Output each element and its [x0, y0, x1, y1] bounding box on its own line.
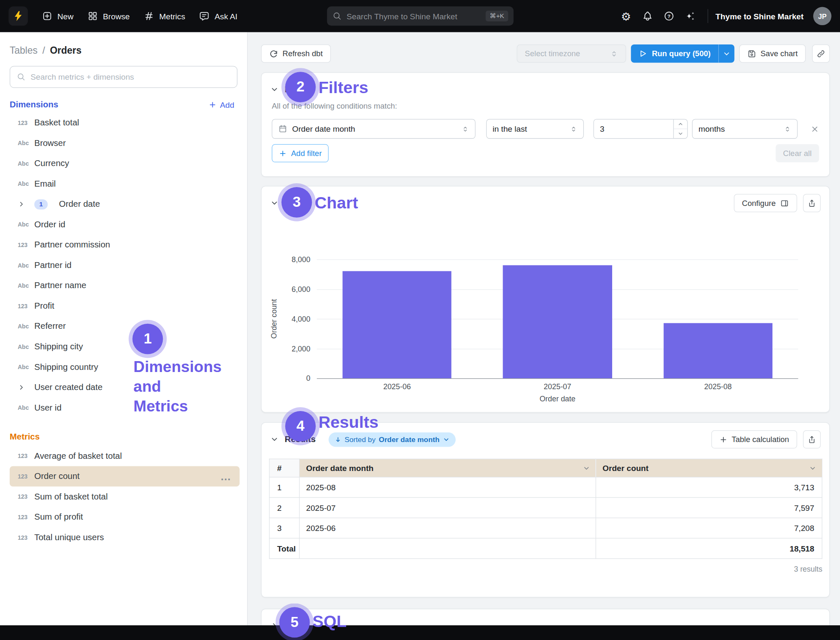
sparkles-icon — [685, 11, 696, 22]
export-results-button[interactable] — [803, 430, 821, 448]
run-query-options-button[interactable] — [718, 44, 734, 62]
field-item[interactable]: AbcShipping city — [10, 336, 240, 357]
save-icon — [747, 49, 757, 58]
field-item[interactable]: 123Partner commission — [10, 235, 240, 255]
filter-field-select[interactable]: Order date month — [272, 119, 475, 139]
expand-chevron-icon[interactable] — [18, 384, 34, 391]
cell-order-date-month: 2025-06 — [300, 518, 596, 539]
field-type-icon: Abc — [18, 140, 34, 146]
field-label: User id — [34, 403, 62, 413]
field-item[interactable]: AbcEmail — [10, 174, 240, 194]
cell-order-date-month: 2025-08 — [300, 477, 596, 498]
timezone-select[interactable]: Select timezone — [517, 44, 626, 62]
field-item[interactable]: 123Basket total — [10, 112, 240, 133]
plus-square-icon — [42, 11, 53, 22]
x-axis-tick: 2025-07 — [477, 382, 637, 390]
column-menu-chevron[interactable] — [809, 464, 817, 472]
settings-button[interactable]: ⚙ — [616, 6, 636, 26]
stepper-up-button[interactable] — [674, 120, 687, 129]
bar[interactable] — [342, 271, 451, 378]
save-chart-button[interactable]: Save chart — [739, 44, 806, 62]
nav-new-button[interactable]: New — [35, 6, 80, 26]
column-header-order-count[interactable]: Order count — [596, 459, 822, 477]
field-item[interactable]: AbcOrder id — [10, 214, 240, 235]
field-item[interactable]: AbcPartner name — [10, 276, 240, 296]
column-header-order-date-month[interactable]: Order date month — [300, 459, 596, 477]
column-header-index: # — [269, 459, 300, 477]
field-item[interactable]: AbcReferrer — [10, 316, 240, 337]
org-name[interactable]: Thyme to Shine Market — [715, 11, 803, 21]
expand-chevron-icon[interactable] — [18, 200, 34, 208]
add-filter-button[interactable]: Add filter — [272, 144, 329, 162]
column-menu-chevron[interactable] — [583, 464, 590, 472]
fields-search-input[interactable] — [31, 72, 231, 81]
clear-all-button[interactable]: Clear all — [775, 144, 819, 162]
nav-browse-button[interactable]: Browse — [81, 6, 136, 26]
table-row[interactable]: 32025-067,208 — [269, 518, 822, 539]
bar-plot: 02,0004,0006,0008,000 — [317, 259, 798, 378]
search-shortcut-badge: ⌘+K — [486, 11, 508, 22]
global-search[interactable]: ⌘+K — [327, 6, 514, 26]
help-button[interactable]: ? — [659, 6, 678, 26]
field-label: Order id — [34, 220, 65, 229]
global-search-input[interactable] — [347, 11, 481, 21]
bar[interactable] — [663, 323, 772, 378]
filter-value-input[interactable] — [594, 120, 673, 138]
filter-unit-select[interactable]: months — [692, 119, 798, 139]
total-label: Total — [269, 538, 300, 559]
configure-button[interactable]: Configure — [734, 194, 797, 212]
field-item[interactable]: 123Sum of profit — [10, 507, 240, 528]
breadcrumb-tables[interactable]: Tables — [10, 45, 37, 56]
user-avatar[interactable]: JP — [813, 7, 831, 25]
share-link-button[interactable] — [812, 44, 830, 62]
table-row[interactable]: 12025-083,713 — [269, 477, 822, 498]
x-ticks: 2025-062025-072025-08 — [317, 382, 798, 390]
field-item[interactable]: 1Order date — [10, 194, 240, 214]
field-item[interactable]: AbcPartner id — [10, 255, 240, 276]
cell-order-date-month: 2025-07 — [300, 497, 596, 518]
chart-collapse-chevron[interactable] — [270, 199, 279, 207]
field-type-icon: Abc — [18, 160, 34, 167]
field-item[interactable]: 123Order count… — [10, 466, 240, 487]
arrow-down-icon — [334, 436, 342, 443]
filter-operator-select[interactable]: in the last — [486, 119, 584, 139]
export-chart-button[interactable] — [803, 194, 821, 212]
sorted-by-pill[interactable]: Sorted by Order date month — [329, 432, 456, 446]
navbar-divider — [707, 9, 708, 23]
table-row[interactable]: 22025-077,597 — [269, 497, 822, 518]
field-label: Sum of profit — [34, 512, 83, 522]
stepper-down-button[interactable] — [674, 129, 687, 138]
nav-metrics-button[interactable]: Metrics — [137, 6, 191, 26]
field-item[interactable]: 123Average of basket total — [10, 446, 240, 466]
field-type-icon: Abc — [18, 405, 34, 411]
bar[interactable] — [503, 265, 612, 378]
hash-icon — [143, 11, 154, 22]
field-item[interactable]: AbcUser id — [10, 398, 240, 418]
remove-filter-button[interactable] — [811, 125, 819, 133]
app-logo[interactable] — [8, 6, 28, 26]
add-dimension-button[interactable]: Add — [209, 100, 234, 109]
results-collapse-chevron[interactable] — [270, 435, 279, 443]
field-item[interactable]: 123Sum of basket total — [10, 487, 240, 507]
notifications-button[interactable] — [638, 6, 657, 26]
ai-sparkles-button[interactable] — [681, 6, 700, 26]
row-index: 3 — [269, 518, 300, 539]
y-axis-tick: 8,000 — [292, 255, 310, 263]
field-item[interactable]: 123Total unique users — [10, 527, 240, 548]
field-type-icon: 123 — [18, 303, 34, 309]
field-item[interactable]: AbcCurrency — [10, 153, 240, 174]
filters-collapse-chevron[interactable] — [270, 85, 279, 94]
refresh-dbt-button[interactable]: Refresh dbt — [261, 44, 331, 62]
field-item[interactable]: User created date — [10, 377, 240, 398]
fields-search[interactable] — [10, 66, 237, 88]
bell-icon — [642, 11, 653, 22]
field-item[interactable]: AbcBrowser — [10, 133, 240, 153]
annotation-circle-5: 5 — [279, 607, 310, 638]
select-caret-icon — [462, 125, 469, 133]
table-calculation-button[interactable]: Table calculation — [711, 430, 797, 448]
chevron-down-icon — [678, 131, 683, 137]
nav-ask-ai-button[interactable]: Ask AI — [193, 6, 244, 26]
field-item[interactable]: 123Profit — [10, 296, 240, 316]
run-query-button[interactable]: Run query (500) — [631, 44, 718, 62]
annotation-circle-2: 2 — [285, 72, 316, 102]
